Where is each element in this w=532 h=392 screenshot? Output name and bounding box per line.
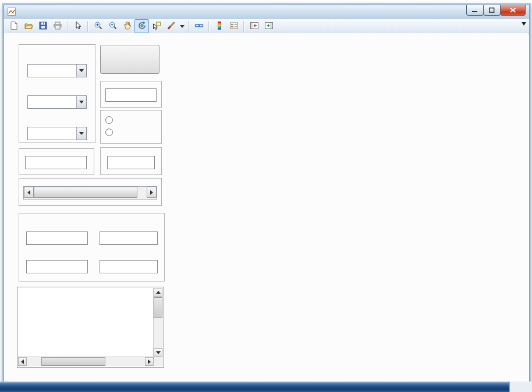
steps-panel xyxy=(19,148,94,175)
dynamics-radio[interactable] xyxy=(105,116,116,124)
pan-hand-icon xyxy=(123,21,132,31)
new-figure-icon xyxy=(9,21,19,31)
legend-icon xyxy=(229,21,239,31)
mep-radio[interactable] xyxy=(105,129,116,136)
list-item[interactable] xyxy=(18,288,154,296)
brush-dropdown-button[interactable] xyxy=(178,19,186,33)
figure-client-area xyxy=(4,33,528,382)
maximize-button[interactable] xyxy=(483,5,501,16)
zoom-out-button[interactable] xyxy=(105,19,120,33)
cutoff-field[interactable] xyxy=(107,156,155,169)
minimize-button[interactable] xyxy=(466,5,484,16)
vertical-scrollbar[interactable] xyxy=(153,288,163,357)
slider-right-arrow[interactable] xyxy=(147,187,157,198)
dropdown-arrow-icon[interactable] xyxy=(76,127,86,140)
scroll-right-button[interactable] xyxy=(145,357,154,366)
rotate-3d-button[interactable] xyxy=(134,19,149,33)
toolbar-separator xyxy=(87,21,88,32)
brush-button[interactable] xyxy=(164,19,178,33)
scroll-left-button[interactable] xyxy=(18,357,27,366)
print-figure-button[interactable] xyxy=(50,19,65,33)
brush-icon xyxy=(166,21,176,31)
ab-momentum-field[interactable] xyxy=(100,231,158,245)
arrow-down-icon xyxy=(156,351,161,354)
list-item[interactable] xyxy=(18,337,154,345)
plot-type-listbox xyxy=(17,287,164,368)
open-file-button[interactable] xyxy=(21,19,36,33)
dropdown-arrow-icon[interactable] xyxy=(76,65,86,77)
taskbar-tray[interactable] xyxy=(509,382,532,392)
rotate-3d-icon xyxy=(137,21,147,31)
atom-a-dropdown[interactable] xyxy=(27,64,87,77)
surface-plot-canvas[interactable] xyxy=(165,33,528,382)
arrow-right-icon xyxy=(150,190,153,195)
dropdown-arrow-icon[interactable] xyxy=(76,96,86,108)
vertical-scroll-thumb[interactable] xyxy=(154,297,162,318)
list-item[interactable] xyxy=(18,329,154,337)
show-plot-tools-button[interactable] xyxy=(261,19,276,33)
list-item[interactable] xyxy=(18,312,154,320)
cutoff-panel xyxy=(100,147,162,175)
plot-type-list xyxy=(18,288,154,357)
print-figure-icon xyxy=(53,21,62,31)
list-item[interactable] xyxy=(18,320,154,329)
save-figure-icon xyxy=(38,21,48,31)
arrow-left-icon xyxy=(27,190,30,195)
chevron-down-icon xyxy=(180,25,185,28)
link-plot-button[interactable] xyxy=(191,19,206,33)
zoom-out-icon xyxy=(108,21,118,31)
toolbar-separator xyxy=(208,21,210,32)
list-item[interactable] xyxy=(18,304,154,312)
hide-plot-tools-button[interactable] xyxy=(247,19,261,33)
collision-angle-slider[interactable] xyxy=(23,186,157,199)
bc-distance-field[interactable] xyxy=(26,260,88,273)
radio-icon xyxy=(105,129,113,136)
titlebar[interactable] xyxy=(4,5,529,19)
horizontal-scrollbar[interactable] xyxy=(18,357,154,366)
scroll-down-button[interactable] xyxy=(154,348,162,357)
zoom-in-icon xyxy=(94,21,103,31)
data-cursor-icon xyxy=(152,21,161,31)
toolbar-separator xyxy=(243,21,244,32)
pan-button[interactable] xyxy=(120,19,134,33)
atom-types-panel xyxy=(19,44,95,143)
list-item[interactable] xyxy=(18,345,154,353)
atom-a-value xyxy=(28,65,76,77)
save-figure-button[interactable] xyxy=(36,19,50,33)
edit-plot-button[interactable] xyxy=(70,19,85,33)
close-button[interactable] xyxy=(500,5,526,16)
atom-c-dropdown[interactable] xyxy=(27,127,87,140)
delta-value-panel xyxy=(100,81,162,108)
list-item[interactable] xyxy=(18,296,154,304)
scroll-up-button[interactable] xyxy=(154,288,162,297)
taskbar[interactable] xyxy=(0,382,532,392)
edit-plot-cursor-icon xyxy=(73,21,83,31)
arrow-up-icon xyxy=(156,291,161,294)
slider-thumb[interactable] xyxy=(34,187,137,198)
close-icon xyxy=(510,7,516,14)
steps-field[interactable] xyxy=(25,156,87,169)
toolbar-separator xyxy=(188,21,189,32)
update-button[interactable] xyxy=(100,45,159,74)
toolbar-overflow-icon[interactable] xyxy=(522,22,526,26)
maximize-icon xyxy=(489,7,495,14)
collision-angle-panel xyxy=(19,178,162,206)
atom-c-value xyxy=(28,127,76,140)
scrollbar-corner xyxy=(154,357,163,366)
initial-conditions-panel xyxy=(19,213,165,281)
bc-momentum-field[interactable] xyxy=(100,260,158,273)
slider-left-arrow[interactable] xyxy=(24,187,34,198)
hide-plot-tools-icon xyxy=(250,21,259,31)
insert-legend-button[interactable] xyxy=(226,19,241,33)
atom-b-dropdown[interactable] xyxy=(27,95,87,109)
link-plot-icon xyxy=(194,21,204,31)
horizontal-scroll-thumb[interactable] xyxy=(41,357,105,366)
delta-value-field[interactable] xyxy=(105,88,157,102)
toolbar-separator xyxy=(67,21,68,32)
toolbar xyxy=(4,19,529,34)
ab-distance-field[interactable] xyxy=(26,231,88,245)
insert-colorbar-button[interactable] xyxy=(212,19,226,33)
new-figure-button[interactable] xyxy=(6,19,21,33)
zoom-in-button[interactable] xyxy=(91,19,105,33)
data-cursor-button[interactable] xyxy=(149,19,164,33)
